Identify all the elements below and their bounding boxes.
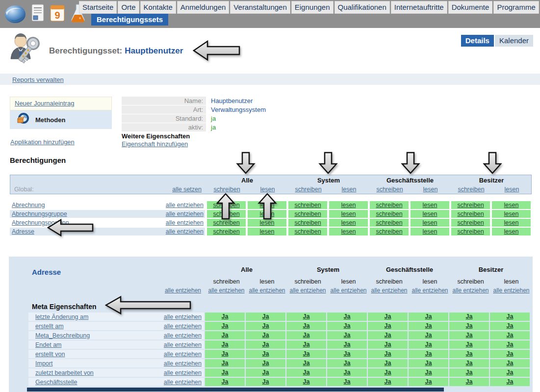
abrechnung-geschaftsstelle-schreiben-link[interactable]: schreiben bbox=[376, 202, 402, 209]
erstellt-am-besitzer-lesen-ja-link[interactable]: Ja bbox=[507, 322, 514, 329]
abrechnungsposition-alle-schreiben-link[interactable]: schreiben bbox=[213, 219, 239, 226]
letzte-anderung-am-system-schreiben-ja-link[interactable]: Ja bbox=[303, 313, 310, 320]
endet-am-system-lesen-ja-link[interactable]: Ja bbox=[344, 341, 351, 348]
meta-revoke-link[interactable]: alle entziehen bbox=[164, 332, 202, 339]
tab-startseite[interactable]: Startseite bbox=[79, 1, 117, 14]
zuletzt-bearbeitet-von-alle-lesen-ja-link[interactable]: Ja bbox=[262, 369, 269, 376]
detail-revoke-alle-lesen-link[interactable]: alle entziehen bbox=[248, 287, 286, 294]
tab-qualifikationen[interactable]: Qualifikationen bbox=[334, 1, 390, 14]
revoke-all-link[interactable]: alle entziehen bbox=[166, 228, 204, 235]
tab-orte[interactable]: Orte bbox=[118, 1, 139, 14]
meta-link-meta-beschreibung[interactable]: Meta_Beschreibung bbox=[35, 332, 90, 339]
erstellt-von-geschaftsstelle-lesen-ja-link[interactable]: Ja bbox=[425, 350, 432, 357]
letzte-anderung-am-geschaftsstelle-schreiben-ja-link[interactable]: Ja bbox=[385, 313, 391, 320]
letzte-anderung-am-alle-lesen-ja-link[interactable]: Ja bbox=[262, 313, 269, 320]
meta-beschreibung-system-schreiben-ja-link[interactable]: Ja bbox=[303, 332, 310, 339]
alle-setzen-link[interactable]: alle setzen bbox=[165, 186, 206, 193]
adresse-besitzer-lesen-link[interactable]: lesen bbox=[504, 228, 519, 235]
endet-am-besitzer-schreiben-ja-link[interactable]: Ja bbox=[466, 341, 473, 348]
endet-am-geschaftsstelle-schreiben-ja-link[interactable]: Ja bbox=[385, 341, 391, 348]
letzte-anderung-am-alle-schreiben-ja-link[interactable]: Ja bbox=[222, 313, 229, 320]
letzte-anderung-am-geschaftsstelle-lesen-ja-link[interactable]: Ja bbox=[425, 313, 432, 320]
tab-kalender[interactable]: Kalender bbox=[495, 35, 533, 47]
endet-am-alle-lesen-ja-link[interactable]: Ja bbox=[262, 341, 269, 348]
abrechnungsgruppe-geschaftsstelle-lesen-link[interactable]: lesen bbox=[423, 210, 437, 217]
entity-link-adresse[interactable]: Adresse bbox=[12, 228, 34, 235]
abrechnung-system-schreiben-link[interactable]: schreiben bbox=[294, 202, 321, 209]
meta-beschreibung-geschaftsstelle-lesen-ja-link[interactable]: Ja bbox=[425, 332, 432, 339]
subtab-berechtigungssets[interactable]: Berechtigungssets bbox=[91, 14, 168, 26]
geschaftsstelle-besitzer-schreiben-ja-link[interactable]: Ja bbox=[466, 378, 473, 385]
meta-revoke-link[interactable]: alle entziehen bbox=[164, 323, 202, 330]
meta-beschreibung-geschaftsstelle-schreiben-ja-link[interactable]: Ja bbox=[385, 332, 391, 339]
zuletzt-bearbeitet-von-besitzer-lesen-ja-link[interactable]: Ja bbox=[507, 369, 514, 376]
erstellt-von-alle-schreiben-ja-link[interactable]: Ja bbox=[222, 350, 229, 357]
endet-am-besitzer-lesen-ja-link[interactable]: Ja bbox=[507, 341, 514, 348]
applikation-hinzufuegen-link[interactable]: Applikation hinzufügen bbox=[10, 138, 75, 146]
meta-link-endet-am[interactable]: Endet am bbox=[35, 341, 62, 348]
global-besitzer-schreiben-link[interactable]: schreiben bbox=[452, 186, 490, 193]
erstellt-von-geschaftsstelle-schreiben-ja-link[interactable]: Ja bbox=[385, 350, 391, 357]
meta-link-erstellt-von[interactable]: erstellt von bbox=[35, 351, 65, 358]
letzte-anderung-am-system-lesen-ja-link[interactable]: Ja bbox=[344, 313, 351, 320]
meta-link-import[interactable]: Import bbox=[35, 360, 52, 367]
adresse-geschaftsstelle-schreiben-link[interactable]: schreiben bbox=[376, 228, 402, 235]
calendar-icon[interactable]: 9 bbox=[49, 3, 66, 25]
global-system-schreiben-link[interactable]: schreiben bbox=[289, 186, 328, 193]
revoke-all-link[interactable]: alle entziehen bbox=[166, 202, 204, 209]
detail-revoke-alle-schreiben-link[interactable]: alle entziehen bbox=[207, 287, 246, 294]
import-system-schreiben-ja-link[interactable]: Ja bbox=[303, 360, 310, 366]
reports-verwalten-link[interactable]: Reports verwalten bbox=[12, 76, 64, 83]
letzte-anderung-am-besitzer-schreiben-ja-link[interactable]: Ja bbox=[466, 313, 473, 320]
detail-revoke-system-schreiben-link[interactable]: alle entziehen bbox=[288, 287, 327, 294]
geschaftsstelle-besitzer-lesen-ja-link[interactable]: Ja bbox=[507, 378, 514, 385]
detail-revoke-system-lesen-link[interactable]: alle entziehen bbox=[329, 287, 368, 294]
abrechnungsgruppe-besitzer-lesen-link[interactable]: lesen bbox=[504, 210, 519, 217]
detail-revoke-geschaftsstelle-schreiben-link[interactable]: alle entziehen bbox=[370, 287, 409, 294]
adresse-system-lesen-link[interactable]: lesen bbox=[341, 228, 356, 235]
global-geschaftsstelle-schreiben-link[interactable]: schreiben bbox=[370, 186, 409, 193]
tab-internetauftritte[interactable]: Internetauftritte bbox=[391, 1, 447, 14]
report-icon[interactable] bbox=[30, 3, 45, 25]
meta-beschreibung-besitzer-lesen-ja-link[interactable]: Ja bbox=[507, 332, 514, 339]
import-system-lesen-ja-link[interactable]: Ja bbox=[344, 360, 351, 366]
zuletzt-bearbeitet-von-geschaftsstelle-schreiben-ja-link[interactable]: Ja bbox=[385, 369, 391, 376]
meta-beschreibung-system-lesen-ja-link[interactable]: Ja bbox=[344, 332, 351, 339]
meta-revoke-link[interactable]: alle entziehen bbox=[164, 351, 202, 358]
geschaftsstelle-geschaftsstelle-schreiben-ja-link[interactable]: Ja bbox=[385, 378, 391, 385]
abrechnungsposition-besitzer-schreiben-link[interactable]: schreiben bbox=[457, 219, 484, 226]
erstellt-am-geschaftsstelle-lesen-ja-link[interactable]: Ja bbox=[425, 322, 432, 329]
adresse-besitzer-schreiben-link[interactable]: schreiben bbox=[457, 228, 484, 235]
geschaftsstelle-system-lesen-ja-link[interactable]: Ja bbox=[344, 378, 351, 385]
abrechnungsposition-system-schreiben-link[interactable]: schreiben bbox=[294, 219, 321, 226]
meta-revoke-link[interactable]: alle entziehen bbox=[164, 360, 202, 367]
meta-revoke-link[interactable]: alle entziehen bbox=[164, 341, 202, 348]
letzte-anderung-am-besitzer-lesen-ja-link[interactable]: Ja bbox=[507, 313, 514, 320]
tab-programme[interactable]: Programme bbox=[493, 1, 539, 14]
global-besitzer-lesen-link[interactable]: lesen bbox=[492, 186, 531, 193]
abrechnung-geschaftsstelle-lesen-link[interactable]: lesen bbox=[423, 202, 437, 209]
meta-revoke-link[interactable]: alle entziehen bbox=[164, 369, 202, 376]
zuletzt-bearbeitet-von-besitzer-schreiben-ja-link[interactable]: Ja bbox=[466, 369, 473, 376]
detail-revoke-geschaftsstelle-lesen-link[interactable]: alle entziehen bbox=[411, 287, 449, 294]
import-besitzer-lesen-ja-link[interactable]: Ja bbox=[507, 360, 514, 366]
tab-eignungen[interactable]: Eignungen bbox=[291, 1, 334, 14]
zuletzt-bearbeitet-von-system-schreiben-ja-link[interactable]: Ja bbox=[303, 369, 310, 376]
erstellt-am-geschaftsstelle-schreiben-ja-link[interactable]: Ja bbox=[385, 322, 391, 329]
adresse-system-schreiben-link[interactable]: schreiben bbox=[294, 228, 321, 235]
meta-link-zuletzt-bearbeitet-von[interactable]: zuletzt bearbeitet von bbox=[35, 369, 94, 376]
detail-revoke-all-link[interactable]: alle entziehen bbox=[164, 287, 205, 294]
revoke-all-link[interactable]: alle entziehen bbox=[166, 210, 204, 217]
geschaftsstelle-geschaftsstelle-lesen-ja-link[interactable]: Ja bbox=[425, 378, 432, 385]
eigenschaft-hinzufuegen-link[interactable]: Eigenschaft hinzufügen bbox=[122, 140, 188, 148]
erstellt-am-system-lesen-ja-link[interactable]: Ja bbox=[344, 322, 351, 329]
tab-dokumente[interactable]: Dokumente bbox=[448, 1, 493, 14]
erstellt-von-besitzer-lesen-ja-link[interactable]: Ja bbox=[507, 350, 514, 357]
methods-button[interactable]: Methoden bbox=[10, 110, 112, 129]
tab-kontakte[interactable]: Kontakte bbox=[140, 1, 176, 14]
app-logo-icon[interactable] bbox=[4, 2, 26, 26]
adresse-alle-schreiben-link[interactable]: schreiben bbox=[213, 228, 239, 235]
abrechnungsgruppe-system-schreiben-link[interactable]: schreiben bbox=[294, 210, 321, 217]
endet-am-alle-schreiben-ja-link[interactable]: Ja bbox=[222, 341, 229, 348]
meta-beschreibung-besitzer-schreiben-ja-link[interactable]: Ja bbox=[466, 332, 473, 339]
